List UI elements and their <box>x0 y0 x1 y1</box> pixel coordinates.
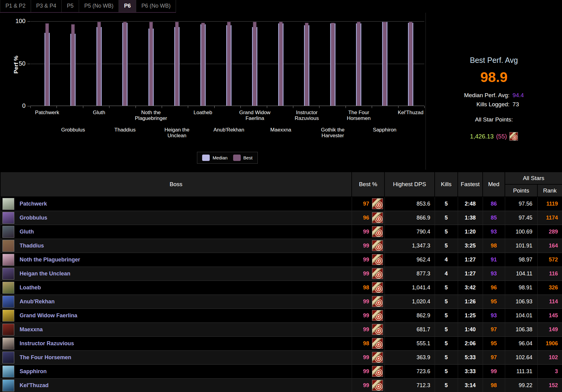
x-label-sapphiron: Sapphiron <box>368 127 402 133</box>
table-row-grand-widow-faerlina: Grand Widow Faerlina99862.951:2593104.01… <box>0 308 562 322</box>
target-blade-icon[interactable] <box>372 338 383 349</box>
bar-best-anub-rekhan[interactable] <box>227 22 231 106</box>
boss-link-loatheb[interactable]: Loatheb <box>20 285 41 291</box>
bar-chart-plot-area: 100500PatchwerkGrobbulusGluthThaddiusNot… <box>30 21 424 106</box>
header-highest-dps[interactable]: Highest DPS <box>384 172 435 197</box>
fastest-value: 1:27 <box>458 267 483 281</box>
bar-best-patchwerk[interactable] <box>46 23 49 106</box>
median-percent-value: 93 <box>483 225 505 239</box>
allstar-rank-value: 114 <box>537 295 562 308</box>
best-percent-value: 99 <box>363 298 369 305</box>
boss-link-gluth[interactable]: Gluth <box>20 229 34 235</box>
best-percent-value: 96 <box>363 215 369 221</box>
bar-best-grobbulus[interactable] <box>71 24 75 106</box>
bar-best-instructor-razuvious[interactable] <box>305 23 309 106</box>
target-blade-icon[interactable] <box>372 198 383 209</box>
allstar-points-value: 97.56 <box>505 197 537 211</box>
bar-best-kel-thuzad[interactable] <box>409 22 412 106</box>
boss-link-kel-thuzad[interactable]: Kel'Thuzad <box>20 382 49 389</box>
bar-best-the-four-horsemen[interactable] <box>357 22 360 106</box>
boss-link-noth-the-plaguebringer[interactable]: Noth the Plaguebringer <box>20 257 80 263</box>
bar-best-maexxna[interactable] <box>279 22 282 106</box>
tab-p5[interactable]: P5 <box>62 0 79 12</box>
tab-p5-no-wb-[interactable]: P5 (No WB) <box>79 0 119 12</box>
best-percent-value: 99 <box>363 243 369 249</box>
bar-best-grand-widow-faerlina[interactable] <box>253 22 257 106</box>
allstar-rank-value: 102 <box>537 350 562 364</box>
kills-value: 4 <box>435 267 458 281</box>
boss-link-anub-rekhan[interactable]: Anub'Rekhan <box>20 298 55 305</box>
header-best-percent[interactable]: Best % <box>352 172 384 197</box>
kills-value: 5 <box>435 225 458 239</box>
boss-link-patchwerk[interactable]: Patchwerk <box>20 201 47 207</box>
tab-p6[interactable]: P6 <box>119 0 136 12</box>
phase-tabbar: P1 & P2P3 & P4P5P5 (No WB)P6P6 (No WB) <box>0 0 562 13</box>
target-blade-icon[interactable] <box>372 310 383 321</box>
bar-best-gothik-the-harvester[interactable] <box>331 23 334 106</box>
bar-best-noth-the-plaguebringer[interactable] <box>149 22 153 106</box>
header-boss[interactable]: Boss <box>0 172 352 197</box>
target-blade-icon[interactable] <box>372 366 383 377</box>
x-label-thaddius: Thaddius <box>108 127 142 133</box>
allstar-points-value: 111.31 <box>505 364 537 378</box>
header-points[interactable]: Points <box>505 184 537 197</box>
target-blade-icon[interactable] <box>372 380 383 391</box>
x-label-the-four-horsemen: The Four Horsemen <box>342 110 376 121</box>
boss-link-instructor-razuvious[interactable]: Instructor Razuvious <box>20 340 74 347</box>
legend-item-best[interactable]: Best <box>233 155 253 161</box>
fastest-value: 1:27 <box>458 253 483 267</box>
target-blade-icon[interactable] <box>372 324 383 335</box>
legend-item-median[interactable]: Median <box>202 155 227 161</box>
header-kills[interactable]: Kills <box>435 172 458 197</box>
bar-best-thaddius[interactable] <box>123 22 127 106</box>
target-blade-icon[interactable] <box>372 240 383 251</box>
boss-link-grobbulus[interactable]: Grobbulus <box>20 215 47 221</box>
boss-link-maexxna[interactable]: Maexxna <box>20 326 43 333</box>
bar-best-loatheb[interactable] <box>201 23 205 106</box>
tab-p1-p2[interactable]: P1 & P2 <box>0 0 31 12</box>
target-blade-icon[interactable] <box>372 212 383 223</box>
target-blade-icon[interactable] <box>372 296 383 307</box>
header-fastest[interactable]: Fastest <box>458 172 483 197</box>
bar-best-sapphiron[interactable] <box>383 22 386 106</box>
x-label-loatheb: Loatheb <box>186 110 220 115</box>
y-tick-label-100: 100 <box>12 18 26 25</box>
x-label-noth-the-plaguebringer: Noth the Plaguebringer <box>134 110 168 121</box>
table-row-the-four-horsemen: The Four Horsemen99363.955:3397102.64102 <box>0 350 562 364</box>
table-row-noth-the-plaguebringer: Noth the Plaguebringer99962.441:279198.9… <box>0 253 562 267</box>
all-star-points-value: 1,426.13 <box>470 133 494 140</box>
highest-dps-value: 712.3 <box>384 378 435 392</box>
x-tick <box>214 106 215 108</box>
x-tick <box>293 106 293 108</box>
highest-dps-value: 962.4 <box>384 253 435 267</box>
gluth-portrait-icon <box>2 226 14 238</box>
header-rank[interactable]: Rank <box>537 184 562 197</box>
y-tick-label-50: 50 <box>12 60 26 67</box>
target-blade-icon[interactable] <box>372 268 383 279</box>
target-blade-icon[interactable] <box>372 352 383 363</box>
target-blade-icon[interactable] <box>372 226 383 237</box>
highest-dps-value: 790.4 <box>384 225 435 239</box>
median-percent-value: 95 <box>483 336 505 350</box>
x-tick <box>319 106 319 108</box>
bar-best-heigan-the-unclean[interactable] <box>175 22 179 106</box>
kills-value: 5 <box>435 350 458 364</box>
median-percent-value: 96 <box>483 281 505 295</box>
x-label-kel-thuzad: Kel'Thuzad <box>394 110 428 115</box>
maexxna-portrait-icon <box>2 324 14 336</box>
tab-p6-no-wb-[interactable]: P6 (No WB) <box>136 0 176 12</box>
target-blade-icon[interactable] <box>372 254 383 265</box>
boss-link-sapphiron[interactable]: Sapphiron <box>20 368 47 375</box>
allstar-rank-value: 3 <box>537 364 562 378</box>
boss-link-heigan-the-unclean[interactable]: Heigan the Unclean <box>20 271 71 277</box>
boss-link-grand-widow-faerlina[interactable]: Grand Widow Faerlina <box>20 312 78 319</box>
header-med[interactable]: Med <box>483 172 505 197</box>
tab-p3-p4[interactable]: P3 & P4 <box>31 0 62 12</box>
stat-label: Median Perf. Avg: <box>464 91 510 100</box>
boss-link-the-four-horsemen[interactable]: The Four Horsemen <box>20 354 71 361</box>
kills-value: 5 <box>435 197 458 211</box>
target-blade-icon[interactable] <box>372 282 383 293</box>
bar-best-gluth[interactable] <box>97 22 101 106</box>
allstar-points-value: 99.22 <box>505 378 537 392</box>
boss-link-thaddius[interactable]: Thaddius <box>20 243 44 249</box>
